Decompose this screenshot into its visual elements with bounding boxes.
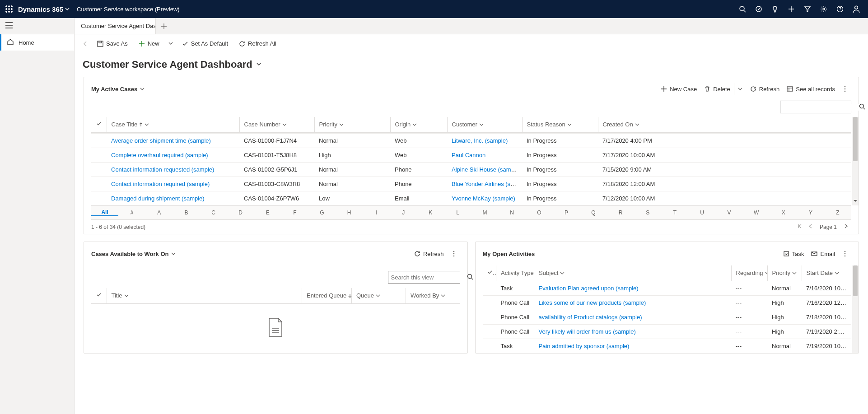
table-row[interactable]: Average order shipment time (sample) CAS… <box>91 133 851 148</box>
col-case-number[interactable]: Case Number <box>244 121 310 128</box>
cases-scrollbar[interactable] <box>852 117 859 205</box>
refresh-all-button[interactable]: Refresh All <box>234 37 281 51</box>
case-title-link[interactable]: Damaged during shipment (sample) <box>111 195 205 202</box>
set-default-button[interactable]: Set As Default <box>177 37 233 51</box>
available-more-icon[interactable] <box>448 247 460 261</box>
customer-link[interactable]: Blue Yonder Airlines (sample) <box>452 181 522 187</box>
new-button[interactable]: New <box>134 37 164 51</box>
available-search-input[interactable] <box>391 274 467 281</box>
col-entered[interactable]: Entered Queue <box>307 292 347 299</box>
alpha-U[interactable]: U <box>688 209 715 216</box>
customer-link[interactable]: Litware, Inc. (sample) <box>452 137 508 144</box>
settings-gear-icon[interactable] <box>816 0 832 18</box>
brand-chevron-icon[interactable] <box>65 6 70 13</box>
filter-icon[interactable] <box>799 0 816 18</box>
task-timer-icon[interactable] <box>751 0 767 18</box>
col-subject[interactable]: Subject <box>539 270 727 276</box>
subject-link[interactable]: Evaluation Plan agreed upon (sample) <box>539 285 639 292</box>
table-row[interactable]: Damaged during shipment (sample) CAS-010… <box>91 191 851 205</box>
alpha-Q[interactable]: Q <box>580 209 607 216</box>
table-row[interactable]: Phone Call Likes some of our new product… <box>483 295 852 310</box>
new-chevron[interactable] <box>166 40 176 47</box>
col-activity-type[interactable]: Activity Type <box>501 270 529 276</box>
pager-prev[interactable] <box>805 223 816 230</box>
subject-link[interactable]: Pain admitted by sponsor (sample) <box>539 343 630 349</box>
alpha-F[interactable]: F <box>281 209 308 216</box>
table-row[interactable]: Contact information required (sample) CA… <box>91 177 851 191</box>
new-tab-button[interactable] <box>156 18 172 34</box>
alpha-M[interactable]: M <box>471 209 499 216</box>
alpha-V[interactable]: V <box>716 209 743 216</box>
search-icon[interactable] <box>859 103 865 111</box>
customer-link[interactable]: Paul Cannon <box>452 152 485 158</box>
col-title[interactable]: Title <box>112 292 298 299</box>
alpha-Y[interactable]: Y <box>797 209 824 216</box>
alpha-L[interactable]: L <box>444 209 471 216</box>
alpha-D[interactable]: D <box>227 209 254 216</box>
table-row[interactable]: Complete overhaul required (sample) CAS-… <box>91 148 851 162</box>
subject-link[interactable]: Very likely will order from us (sample) <box>539 328 636 335</box>
col-regarding[interactable]: Regarding <box>736 270 763 276</box>
select-all[interactable] <box>91 117 107 132</box>
alpha-X[interactable]: X <box>770 209 797 216</box>
cases-more-icon[interactable] <box>839 82 851 96</box>
case-title-link[interactable]: Average order shipment time (sample) <box>111 137 211 144</box>
customer-link[interactable]: Yvonne McKay (sample) <box>452 195 515 202</box>
alpha-B[interactable]: B <box>173 209 200 216</box>
col-priority[interactable]: Priority <box>319 121 386 128</box>
alpha-T[interactable]: T <box>661 209 688 216</box>
activities-scrollbar[interactable] <box>852 265 859 353</box>
case-title-link[interactable]: Contact information required (sample) <box>111 181 210 187</box>
cases-search-input[interactable] <box>783 104 859 111</box>
search-icon[interactable] <box>467 274 473 281</box>
subject-link[interactable]: Likes some of our new products (sample) <box>539 299 646 306</box>
col-act-priority[interactable]: Priority <box>772 270 797 276</box>
alpha-G[interactable]: G <box>308 209 336 216</box>
col-customer[interactable]: Customer <box>452 121 518 128</box>
alpha-N[interactable]: N <box>499 209 526 216</box>
col-workedby[interactable]: Worked By <box>411 292 456 299</box>
customer-link[interactable]: Alpine Ski House (sample) <box>452 166 521 173</box>
alpha-R[interactable]: R <box>607 209 634 216</box>
alpha-H[interactable]: H <box>336 209 363 216</box>
alpha-P[interactable]: P <box>553 209 580 216</box>
delete-chevron[interactable] <box>734 83 747 95</box>
alpha-J[interactable]: J <box>390 209 417 216</box>
alpha-E[interactable]: E <box>254 209 281 216</box>
activities-more-icon[interactable] <box>839 247 851 261</box>
hamburger-icon[interactable] <box>5 22 13 30</box>
task-button[interactable]: Task <box>779 247 808 261</box>
page-title-chevron-icon[interactable] <box>256 61 261 68</box>
pager-first[interactable] <box>794 223 805 230</box>
select-all[interactable] <box>91 288 107 303</box>
alpha-O[interactable]: O <box>526 209 553 216</box>
cases-search[interactable] <box>780 101 851 113</box>
save-as-button[interactable]: Save As <box>93 37 132 51</box>
case-title-link[interactable]: Complete overhaul required (sample) <box>111 152 208 158</box>
back-button[interactable] <box>80 41 91 47</box>
alpha-All[interactable]: All <box>91 209 118 216</box>
alpha-S[interactable]: S <box>634 209 661 216</box>
table-row[interactable]: Contact information requested (sample) C… <box>91 162 851 177</box>
available-search[interactable] <box>388 271 460 284</box>
nav-home[interactable]: Home <box>0 34 74 51</box>
new-case-button[interactable]: New Case <box>657 82 700 96</box>
select-all[interactable] <box>483 265 496 281</box>
col-case-title[interactable]: Case Title <box>112 121 235 128</box>
available-view-selector[interactable]: Cases Available to Work On <box>91 251 176 257</box>
refresh-button[interactable]: Refresh <box>747 82 784 96</box>
table-row[interactable]: Task Evaluation Plan agreed upon (sample… <box>483 281 852 295</box>
alpha-W[interactable]: W <box>743 209 770 216</box>
cases-view-selector[interactable]: My Active Cases <box>91 86 145 93</box>
delete-button[interactable]: Delete <box>700 82 734 96</box>
alpha-#[interactable]: # <box>118 209 145 216</box>
lightbulb-icon[interactable] <box>767 0 783 18</box>
table-row[interactable]: Task Pain admitted by sponsor (sample) -… <box>483 339 852 353</box>
alpha-K[interactable]: K <box>417 209 444 216</box>
table-row[interactable]: Phone Call availability of Product catal… <box>483 310 852 324</box>
col-origin[interactable]: Origin <box>395 121 443 128</box>
scroll-down-icon[interactable] <box>853 198 858 205</box>
add-icon[interactable] <box>783 0 799 18</box>
pager-next[interactable] <box>840 223 851 230</box>
search-icon[interactable] <box>734 0 751 18</box>
